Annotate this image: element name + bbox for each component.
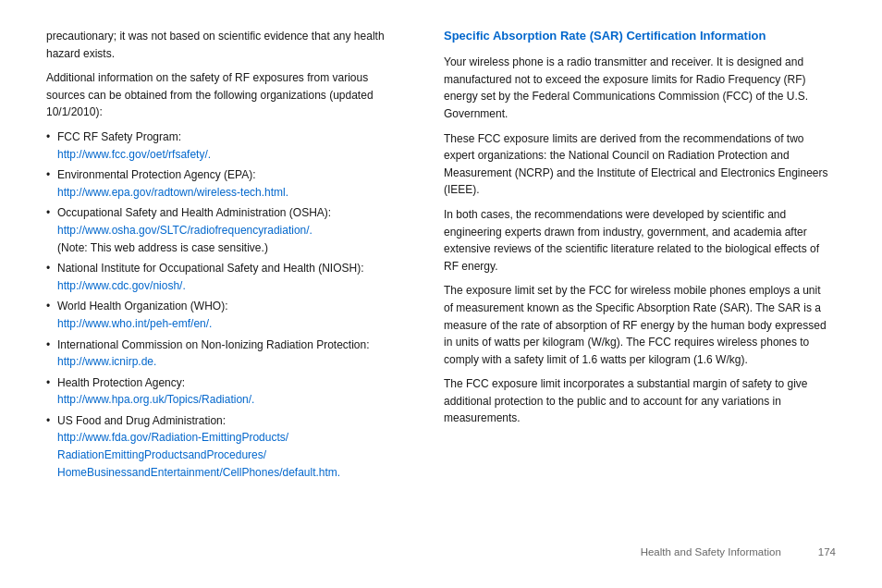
additional-text: Additional information on the safety of …	[46, 69, 407, 121]
columns: precautionary; it was not based on scien…	[46, 28, 836, 530]
bullet-list: FCC RF Safety Program: http://www.fcc.go…	[46, 129, 407, 481]
right-para-2: These FCC exposure limits are derived fr…	[444, 130, 832, 199]
section-title: Specific Absorption Rate (SAR) Certifica…	[444, 28, 832, 44]
list-item: Environmental Protection Agency (EPA): h…	[46, 166, 407, 201]
bullet-label: FCC RF Safety Program:	[57, 130, 181, 143]
right-para-3: In both cases, the recommendations were …	[444, 206, 832, 275]
fcc-link[interactable]: http://www.fcc.gov/oet/rfsafety/.	[57, 148, 211, 161]
hpa-link[interactable]: http://www.hpa.org.uk/Topics/Radiation/.	[57, 393, 254, 406]
niosh-link[interactable]: http://www.cdc.gov/niosh/.	[57, 279, 186, 292]
list-item: Health Protection Agency: http://www.hpa…	[46, 374, 407, 409]
left-column: precautionary; it was not based on scien…	[46, 28, 407, 530]
bullet-label: Occupational Safety and Health Administr…	[57, 206, 331, 219]
right-para-4: The exposure limit set by the FCC for wi…	[444, 282, 832, 368]
osha-link[interactable]: http://www.osha.gov/SLTC/radiofrequencyr…	[57, 224, 312, 237]
list-item: FCC RF Safety Program: http://www.fcc.go…	[46, 129, 407, 163]
bullet-label: International Commission on Non-Ionizing…	[57, 338, 370, 351]
epa-link[interactable]: http://www.epa.gov/radtown/wireless-tech…	[57, 186, 288, 199]
right-column: Specific Absorption Rate (SAR) Certifica…	[444, 28, 832, 530]
right-para-5: The FCC exposure limit incorporates a su…	[444, 375, 832, 427]
bullet-label: US Food and Drug Administration:	[57, 414, 226, 427]
page-container: precautionary; it was not based on scien…	[0, 0, 882, 588]
footer-label: Health and Safety Information	[641, 545, 781, 560]
list-item: US Food and Drug Administration: http://…	[46, 412, 407, 481]
list-item: World Health Organization (WHO): http://…	[46, 298, 407, 332]
intro-text: precautionary; it was not based on scien…	[46, 28, 407, 62]
list-item: International Commission on Non-Ionizing…	[46, 337, 407, 371]
right-para-1: Your wireless phone is a radio transmitt…	[444, 54, 832, 122]
bullet-label: National Institute for Occupational Safe…	[57, 262, 364, 275]
footer: Health and Safety Information 174	[46, 539, 836, 560]
fda-link[interactable]: http://www.fda.gov/Radiation-EmittingPro…	[57, 431, 340, 478]
footer-page: 174	[818, 545, 836, 560]
icnirp-link[interactable]: http://www.icnirp.de.	[57, 355, 156, 368]
list-item: National Institute for Occupational Safe…	[46, 260, 407, 294]
osha-note: (Note: This web address is case sensitiv…	[57, 241, 268, 254]
list-item: Occupational Safety and Health Administr…	[46, 204, 407, 256]
who-link[interactable]: http://www.who.int/peh-emf/en/.	[57, 317, 212, 330]
bullet-label: Health Protection Agency:	[57, 376, 185, 389]
bullet-label: World Health Organization (WHO):	[57, 300, 228, 312]
bullet-label: Environmental Protection Agency (EPA):	[57, 168, 256, 181]
